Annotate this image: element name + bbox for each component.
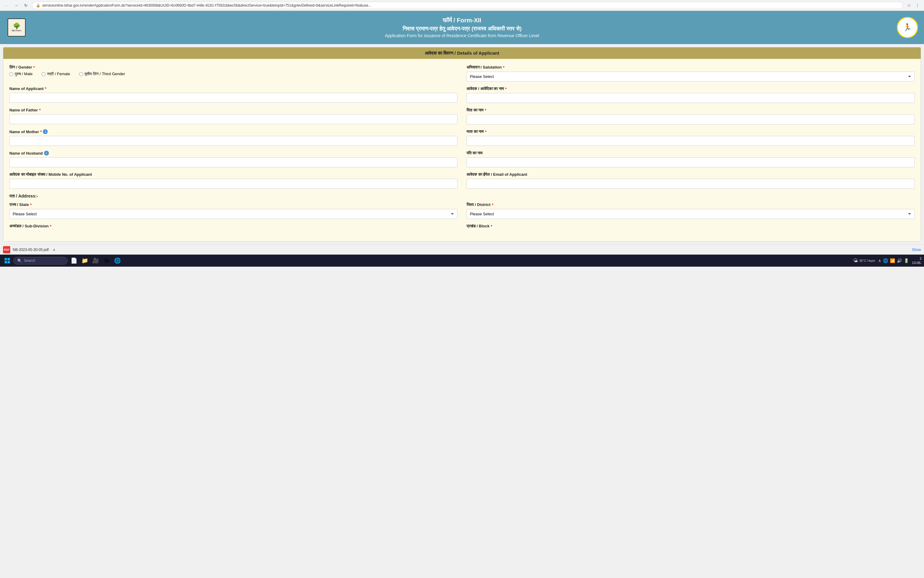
subdivision-required: * [50, 224, 51, 229]
name-mother-input[interactable] [9, 136, 458, 146]
name-husband-hindi-label: पति का नाम [466, 151, 915, 156]
state-district-row: राज्य / State * Please Select जिला / Dis… [9, 202, 915, 219]
name-husband-col: Name of Husband i [9, 151, 458, 167]
gender-female-radio[interactable] [42, 72, 45, 76]
title-hindi: निवास प्रमाण-पत्र हेतु आवेदन-पत्र (राजस्… [27, 26, 897, 32]
title-english: Application Form for issuance of Residen… [27, 33, 897, 38]
pdf-filename: NB-2023-05-30-05.pdf [13, 248, 49, 252]
name-mother-hindi-required: * [485, 130, 486, 134]
form-body: लिंग / Gender * पुरुष / Male स्त्री / Fe… [3, 59, 921, 241]
start-button[interactable] [2, 256, 12, 265]
name-mother-hindi-input[interactable] [466, 136, 915, 146]
forward-button[interactable]: → [13, 2, 20, 9]
main-content: आवेदक का विवरण / Details of Applicant लि… [3, 47, 921, 242]
name-father-hindi-input[interactable] [466, 114, 915, 124]
gender-male-radio[interactable] [9, 72, 13, 76]
name-father-col: Name of Father * [9, 108, 458, 124]
system-tray: ∧ 🌐 📶 🔊 🔋 [878, 258, 909, 263]
name-applicant-hindi-col: आवेदक / आवेदिका का नाम * [466, 86, 915, 103]
name-father-label: Name of Father * [9, 108, 458, 112]
name-applicant-input[interactable] [9, 93, 458, 103]
salutation-label: अभिवादन / Salutation * [466, 65, 915, 70]
mobile-input[interactable] [9, 179, 458, 189]
state-select[interactable]: Please Select [9, 209, 458, 219]
mother-info-icon[interactable]: i [43, 129, 48, 134]
download-section: PDF NB-2023-05-30-05.pdf ∧ [3, 246, 57, 253]
bookmark-button[interactable]: ☆ [905, 2, 913, 9]
subdivision-col: अनमंडल / Sub-Division * [9, 224, 458, 231]
clock: 2 13-06- [912, 257, 922, 265]
header-title: फॉर्म / Form-XII निवास प्रमाण-पत्र हेतु … [27, 17, 897, 38]
email-label: आवेदक का ईमेल / Email of Applicant [466, 172, 915, 177]
mobile-label: आवेदक का मोबाइल संख्या / Mobile No. of A… [9, 172, 458, 177]
video-icon: 🎥 [92, 257, 99, 264]
gender-third-option[interactable]: तृतीय लिंग / Third Gender [79, 71, 125, 76]
salutation-select[interactable]: Please Select श्री / Shri श्रीमती / Smt.… [466, 71, 915, 81]
language-icon: 🌐 [883, 258, 888, 263]
name-mother-label: Name of Mother * i [9, 129, 458, 134]
taskbar-item-folder[interactable]: 📁 [80, 255, 90, 266]
clock-date: 13-06- [912, 261, 922, 265]
name-husband-label: Name of Husband i [9, 151, 458, 156]
address-bar[interactable]: 🔒 serviceonline.bihar.gov.in/renderAppli… [32, 2, 903, 9]
district-label: जिला / District * [466, 202, 915, 207]
salutation-required: * [503, 65, 505, 70]
chevron-up-tray-icon[interactable]: ∧ [878, 258, 881, 263]
win-tile-4 [8, 261, 10, 263]
name-husband-input[interactable] [9, 157, 458, 167]
name-father-hindi-label: पिता का नाम * [466, 108, 915, 113]
form-label: फॉर्म / Form-XII [27, 17, 897, 24]
husband-info-icon[interactable]: i [44, 151, 49, 156]
name-mother-col: Name of Mother * i [9, 129, 458, 146]
name-applicant-required: * [45, 86, 47, 91]
lock-icon: 🔒 [36, 3, 40, 8]
block-label: प्रखंड / Block * [466, 224, 915, 229]
subdivision-block-row: अनमंडल / Sub-Division * प्रखंड / Block * [9, 224, 915, 231]
gender-third-radio[interactable] [79, 72, 83, 76]
husband-name-row: Name of Husband i पति का नाम [9, 151, 915, 167]
pdf-icon: PDF [3, 246, 10, 253]
email-input[interactable] [466, 179, 915, 189]
weather-text: 36°C Haze [859, 259, 875, 262]
name-applicant-label: Name of Applicant * [9, 86, 458, 91]
name-applicant-col: Name of Applicant * [9, 86, 458, 103]
applicant-name-row: Name of Applicant * आवेदक / आवेदिका का न… [9, 86, 915, 103]
state-col: राज्य / State * Please Select [9, 202, 458, 219]
browser-chrome: ← → ↻ 🔒 serviceonline.bihar.gov.in/rende… [0, 0, 924, 11]
taskbar-search[interactable]: 🔍 Search [13, 257, 68, 265]
taskbar-item-chrome[interactable]: 🌐 [112, 255, 123, 266]
name-father-input[interactable] [9, 114, 458, 124]
show-button[interactable]: Show [912, 248, 921, 252]
gender-female-option[interactable]: स्त्री / Female [42, 71, 70, 76]
weather-widget: 🌤 36°C Haze [853, 258, 875, 263]
name-father-hindi-col: पिता का नाम * [466, 108, 915, 124]
back-button[interactable]: ← [3, 2, 10, 9]
weather-icon: 🌤 [853, 258, 858, 263]
page-header: 🌳 बिहार सरकार फॉर्म / Form-XII निवास प्र… [0, 11, 924, 44]
block-col: प्रखंड / Block * [466, 224, 915, 231]
chevron-up-icon[interactable]: ∧ [51, 247, 57, 252]
name-mother-hindi-col: माता का नाम * [466, 129, 915, 146]
bottom-bar: PDF NB-2023-05-30-05.pdf ∧ Show [0, 245, 924, 255]
refresh-button[interactable]: ↻ [22, 2, 29, 9]
email-col: आवेदक का ईमेल / Email of Applicant [466, 172, 915, 189]
name-applicant-hindi-label: आवेदक / आवेदिका का नाम * [466, 86, 915, 91]
menu-button[interactable]: ⋮ [914, 2, 921, 9]
taskbar-item-reader[interactable]: 📄 [69, 255, 79, 266]
url-text: serviceonline.bihar.gov.in/renderApplica… [42, 3, 899, 8]
name-applicant-hindi-input[interactable] [466, 93, 915, 103]
taskbar-item-store[interactable]: 🛍 [101, 255, 112, 266]
govt-logo-icon: 🏃 [903, 23, 912, 32]
search-icon: 🔍 [17, 258, 22, 263]
tree-icon: 🌳 [13, 23, 21, 29]
win-tile-3 [5, 261, 7, 263]
taskbar-item-video[interactable]: 🎥 [91, 255, 101, 266]
gender-male-option[interactable]: पुरुष / Male [9, 71, 32, 76]
district-select[interactable]: Please Select [466, 209, 915, 219]
name-husband-hindi-input[interactable] [466, 157, 915, 167]
name-mother-required: * [40, 130, 42, 134]
header-right-logo: 🏃 [897, 17, 918, 38]
win-tile-2 [8, 258, 10, 260]
reader-icon: 📄 [71, 257, 77, 264]
taskbar-search-text: Search [24, 258, 35, 263]
